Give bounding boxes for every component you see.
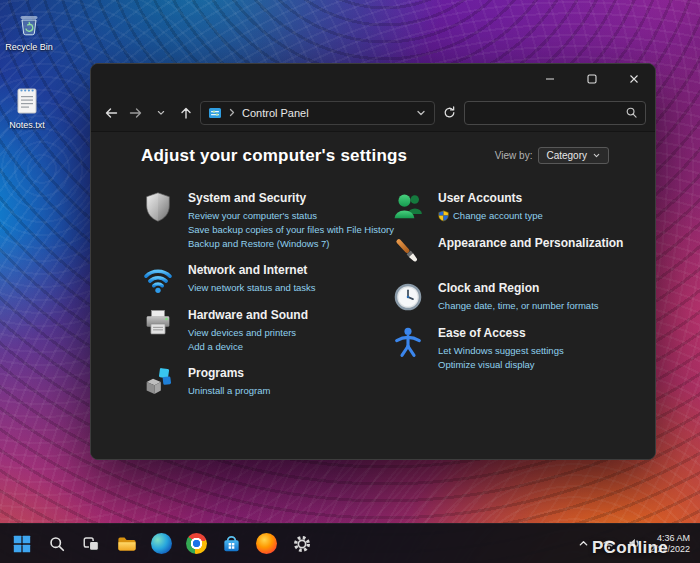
category-title[interactable]: Appearance and Personalization <box>438 236 623 250</box>
shield-icon[interactable] <box>141 190 175 224</box>
forward-button[interactable] <box>125 101 146 125</box>
up-button[interactable] <box>175 101 196 125</box>
chevron-up-icon <box>578 538 589 549</box>
category-title[interactable]: Clock and Region <box>438 281 599 295</box>
search-box <box>464 101 646 125</box>
chevron-down-icon <box>155 107 167 119</box>
volume-button[interactable] <box>625 532 643 556</box>
close-icon <box>629 74 639 84</box>
network-button[interactable] <box>600 532 618 556</box>
wifi-icon <box>602 537 616 550</box>
category-text: System and Security Review your computer… <box>188 190 391 251</box>
window-controls <box>529 64 655 94</box>
search-button[interactable] <box>40 527 73 560</box>
category-ease-of-access: Ease of Access Let Windows suggest setti… <box>391 325 623 372</box>
address-bar[interactable]: Control Panel <box>200 101 435 125</box>
category-system-and-security: System and Security Review your computer… <box>141 190 391 251</box>
up-arrow-icon <box>178 105 194 121</box>
titlebar[interactable] <box>91 64 655 94</box>
control-panel-content: Adjust your computer's settings View by:… <box>91 132 655 459</box>
category-link[interactable]: Uninstall a program <box>188 384 270 398</box>
clock-time: 4:36 AM <box>650 533 690 544</box>
paintbrush-icon[interactable] <box>391 235 425 269</box>
recent-locations-button[interactable] <box>150 101 171 125</box>
taskbar-apps <box>0 527 318 560</box>
windows-logo-icon <box>12 534 32 554</box>
view-by-dropdown[interactable]: Category <box>538 147 609 164</box>
view-by: View by: Category <box>495 147 609 164</box>
back-arrow-icon <box>103 105 119 121</box>
category-clock-and-region: Clock and Region Change date, time, or n… <box>391 280 623 314</box>
category-title[interactable]: Hardware and Sound <box>188 308 308 322</box>
settings-button[interactable] <box>285 527 318 560</box>
minimize-button[interactable] <box>529 64 571 94</box>
category-link[interactable]: Change date, time, or number formats <box>438 299 599 313</box>
category-text: Ease of Access Let Windows suggest setti… <box>438 325 564 372</box>
desktop-icon-label: Recycle Bin <box>5 42 53 52</box>
category-link[interactable]: Optimize visual display <box>438 358 564 372</box>
edge-icon <box>151 533 172 554</box>
minimize-icon <box>545 74 555 84</box>
back-button[interactable] <box>100 101 121 125</box>
desktop-icon-recycle-bin[interactable]: Recycle Bin <box>0 8 62 52</box>
category-link[interactable]: Save backup copies of your files with Fi… <box>188 223 391 237</box>
address-dropdown-icon[interactable] <box>415 107 427 119</box>
category-link[interactable]: Add a device <box>188 340 308 354</box>
firefox-button[interactable] <box>250 527 283 560</box>
clock-date: 2/22/2022 <box>650 544 690 555</box>
recycle-bin-icon <box>13 8 45 40</box>
category-link[interactable]: Change account type <box>438 209 543 223</box>
category-link-label: Change account type <box>453 209 543 223</box>
user-icon[interactable] <box>391 190 425 224</box>
close-button[interactable] <box>613 64 655 94</box>
category-link[interactable]: Backup and Restore (Windows 7) <box>188 237 391 251</box>
category-text: Programs Uninstall a program <box>188 365 270 398</box>
category-link[interactable]: View devices and printers <box>188 326 308 340</box>
desktop-icon-notes-txt[interactable]: Notes.txt <box>0 84 60 130</box>
view-by-label: View by: <box>495 150 533 161</box>
category-title[interactable]: Programs <box>188 366 270 380</box>
start-button[interactable] <box>5 527 38 560</box>
file-explorer-button[interactable] <box>110 527 143 560</box>
category-text: Clock and Region Change date, time, or n… <box>438 280 599 313</box>
maximize-icon <box>587 74 597 84</box>
refresh-icon <box>442 105 457 120</box>
task-view-button[interactable] <box>75 527 108 560</box>
printer-icon[interactable] <box>141 307 175 341</box>
edge-button[interactable] <box>145 527 178 560</box>
category-title[interactable]: User Accounts <box>438 191 543 205</box>
programs-icon[interactable] <box>141 365 175 399</box>
category-text: Appearance and Personalization <box>438 235 623 254</box>
search-icon <box>625 106 638 119</box>
speaker-icon <box>627 537 641 550</box>
breadcrumb-chevron-icon <box>227 107 237 118</box>
category-link[interactable]: View network status and tasks <box>188 281 316 295</box>
desktop: Recycle Bin Notes.txt <box>0 0 700 563</box>
control-panel-window: Control Panel Adjust your comp <box>90 63 656 460</box>
category-title[interactable]: Network and Internet <box>188 263 316 277</box>
text-file-icon <box>11 84 43 118</box>
category-link[interactable]: Let Windows suggest settings <box>438 344 564 358</box>
maximize-button[interactable] <box>571 64 613 94</box>
store-button[interactable] <box>215 527 248 560</box>
chrome-button[interactable] <box>180 527 213 560</box>
folder-icon <box>116 533 137 554</box>
desktop-icon-label: Notes.txt <box>9 120 45 130</box>
wifi-icon[interactable] <box>141 262 175 296</box>
category-link[interactable]: Review your computer's status <box>188 209 391 223</box>
category-appearance-and-personalization: Appearance and Personalization <box>391 235 623 269</box>
category-text: User Accounts Change account type <box>438 190 543 223</box>
view-by-value: Category <box>546 150 587 161</box>
category-title[interactable]: Ease of Access <box>438 326 564 340</box>
category-title[interactable]: System and Security <box>188 191 391 205</box>
refresh-button[interactable] <box>439 101 460 125</box>
taskbar-clock[interactable]: 4:36 AM 2/22/2022 <box>650 533 690 555</box>
category-hardware-and-sound: Hardware and Sound View devices and prin… <box>141 307 391 354</box>
search-input[interactable] <box>472 107 625 119</box>
hidden-icons-button[interactable] <box>575 532 593 556</box>
category-programs: Programs Uninstall a program <box>141 365 391 399</box>
clock-icon[interactable] <box>391 280 425 314</box>
taskbar: 4:36 AM 2/22/2022 <box>0 523 700 563</box>
accessibility-icon[interactable] <box>391 325 425 359</box>
breadcrumb[interactable]: Control Panel <box>242 107 309 119</box>
